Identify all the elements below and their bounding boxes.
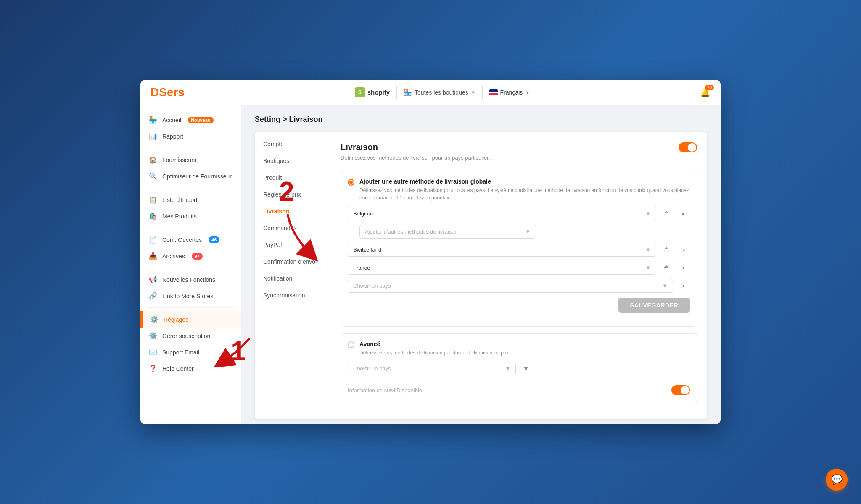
navbar-right: 🔔 70 xyxy=(700,87,710,97)
delete-belgium-button[interactable]: 🗑 xyxy=(660,207,673,220)
suivi-row: Information de suivi Disponible xyxy=(348,381,690,395)
sidebar-label-support-email: Support Email xyxy=(162,349,199,356)
sidebar-item-support-email[interactable]: ✉️ Support Email xyxy=(140,344,241,360)
settings-nav-paypal[interactable]: PayPal xyxy=(255,236,330,253)
radio-avance[interactable] xyxy=(348,341,354,348)
country-select-switzerland[interactable]: Switzerland ▼ xyxy=(348,243,656,257)
sidebar-item-fournisseurs[interactable]: 🏠 Fournisseurs xyxy=(140,152,241,168)
avance-title: Avancé xyxy=(359,341,510,347)
sidebar-item-liste-import[interactable]: 📋 Liste d'Import xyxy=(140,192,241,208)
inbox-icon: 📥 xyxy=(149,252,157,260)
delivery-method-select[interactable]: Ajouter d'autres méthodes de livraison ▼ xyxy=(359,225,536,239)
delivery-method-placeholder: Ajouter d'autres méthodes de livraison xyxy=(365,228,458,235)
suivi-toggle[interactable] xyxy=(671,385,690,395)
navbar-divider-2 xyxy=(482,86,483,99)
navbar: DSers S shopify 🏪 Toutes les boutiques ▼… xyxy=(140,80,721,105)
link-icon: 🔗 xyxy=(149,292,157,300)
expand-france-button[interactable]: > xyxy=(676,261,690,275)
section-header-text: Livraison Définissez vos méthodes de liv… xyxy=(341,142,490,169)
settings-nav-commandes[interactable]: Commandes xyxy=(255,220,330,236)
france-label: France xyxy=(353,265,370,271)
main-layout: 🏪 Accueil Nouveau 📊 Rapport 🏠 Fournisseu… xyxy=(140,105,721,424)
store-selector-label: Toutes les boutiques xyxy=(415,89,468,96)
avance-country-row: Choisir un pays ▼ ▼ xyxy=(348,362,690,375)
gear-icon: ⚙️ xyxy=(150,315,158,323)
france-chevron: ▼ xyxy=(645,265,651,271)
expand-belgium-button[interactable]: ▼ xyxy=(676,207,690,220)
option-card-global: Ajouter une autre méthode de livraison g… xyxy=(341,171,697,327)
sidebar-item-gerer-souscription[interactable]: ⚙️ Gérer souscription xyxy=(140,328,241,344)
sidebar-item-com-ouvertes[interactable]: 📄 Com. Ouvertes 46 xyxy=(140,231,241,248)
save-row: SAUVEGARDER xyxy=(348,298,690,313)
navbar-divider-1 xyxy=(396,86,397,99)
save-button[interactable]: SAUVEGARDER xyxy=(618,298,690,313)
livraison-toggle[interactable] xyxy=(679,142,697,152)
country-row-choose: Choisir un pays ▼ > xyxy=(348,279,690,293)
sidebar-item-accueil[interactable]: 🏪 Accueil Nouveau xyxy=(140,112,241,128)
flag-icon xyxy=(489,89,498,95)
app-logo: DSers xyxy=(151,86,185,99)
expand-choose-button[interactable]: > xyxy=(676,279,690,293)
settings-nav-notification[interactable]: Notification xyxy=(255,270,330,287)
help-icon: ❓ xyxy=(149,365,157,373)
avance-desc: Définissez vos méthodes de livraison par… xyxy=(359,349,510,357)
delete-switzerland-button[interactable]: 🗑 xyxy=(660,243,673,257)
badge-new: Nouveau xyxy=(188,117,213,123)
section-title: Livraison xyxy=(341,142,490,152)
chart-icon: 📊 xyxy=(149,132,157,140)
shopify-label: shopify xyxy=(367,89,390,96)
belgium-chevron: ▼ xyxy=(645,210,651,217)
settings-nav-produit[interactable]: Produit xyxy=(255,169,330,186)
switzerland-chevron: ▼ xyxy=(645,247,651,253)
avance-text: Avancé Définissez vos méthodes de livrai… xyxy=(359,341,510,357)
belgium-label: Belgium xyxy=(353,210,373,217)
settings-nav-boutiques[interactable]: Boutiques xyxy=(255,152,330,169)
sidebar-label-rapport: Rapport xyxy=(162,133,183,140)
switzerland-label: Switzerland xyxy=(353,247,381,253)
sidebar-item-reglages[interactable]: ⚙️ Réglages xyxy=(140,311,241,328)
sidebar-item-mes-produits[interactable]: 🛍️ Mes Produits xyxy=(140,208,241,224)
settings-nav-confirmation[interactable]: Confirmation d'envoi xyxy=(255,253,330,270)
sidebar-label-archives: Archives xyxy=(162,253,185,260)
sidebar-item-nouvelles-fonctions[interactable]: 📢 Nouvelles Fonctions xyxy=(140,271,241,288)
lang-label: Français xyxy=(500,89,523,96)
sidebar-label-accueil: Accueil xyxy=(162,117,181,123)
active-bar xyxy=(142,311,143,328)
country-row-france: France ▼ 🗑 > xyxy=(348,261,690,275)
bag-icon: 🛍️ xyxy=(149,212,157,220)
avance-expand-button[interactable]: ▼ xyxy=(519,362,533,375)
delete-france-button[interactable]: 🗑 xyxy=(660,261,673,275)
navbar-center: S shopify 🏪 Toutes les boutiques ▼ Franç… xyxy=(195,86,690,99)
store-selector[interactable]: 🏪 Toutes les boutiques ▼ xyxy=(404,88,475,96)
option-card-avance: Avancé Définissez vos méthodes de livrai… xyxy=(341,333,697,402)
shopify-badge: S shopify xyxy=(355,87,390,97)
settings-nav-synchronisation[interactable]: Synchronisation xyxy=(255,287,330,304)
settings-nav-regles-prix[interactable]: Règles de prix xyxy=(255,186,330,203)
settings-nav-livraison[interactable]: Livraison xyxy=(255,203,330,220)
sidebar: 🏪 Accueil Nouveau 📊 Rapport 🏠 Fournisseu… xyxy=(140,105,241,424)
avance-country-select[interactable]: Choisir un pays ▼ xyxy=(348,362,516,375)
sidebar-item-help-center[interactable]: ❓ Help Center xyxy=(140,360,241,377)
sidebar-divider-3 xyxy=(147,228,234,228)
country-select-belgium[interactable]: Belgium ▼ xyxy=(348,207,656,220)
shopify-icon: S xyxy=(355,87,365,97)
option-global-header: Ajouter une autre méthode de livraison g… xyxy=(348,178,690,202)
lang-selector[interactable]: Français ▼ xyxy=(489,89,530,96)
country-select-choose[interactable]: Choisir un pays ▼ xyxy=(348,279,673,293)
settings-content: Livraison Définissez vos méthodes de liv… xyxy=(330,132,707,419)
country-row-switzerland: Switzerland ▼ 🗑 > xyxy=(348,243,690,257)
sidebar-label-com-ouvertes: Com. Ouvertes xyxy=(162,236,202,243)
settings-nav-compte[interactable]: Compte xyxy=(255,136,330,152)
notification-button[interactable]: 🔔 70 xyxy=(700,87,710,97)
expand-switzerland-button[interactable]: > xyxy=(676,243,690,257)
content-area: Setting > Livraison Compte Boutiques Pro… xyxy=(241,105,721,424)
radio-global[interactable] xyxy=(348,179,354,186)
sidebar-item-optimiseur[interactable]: 🔍 Optimiseur de Fournisseur xyxy=(140,168,241,184)
sidebar-label-nouvelles-fonctions: Nouvelles Fonctions xyxy=(162,276,215,283)
country-select-france[interactable]: France ▼ xyxy=(348,261,656,275)
sidebar-item-archives[interactable]: 📥 Archives 97 xyxy=(140,248,241,264)
lang-chevron-icon: ▼ xyxy=(525,90,530,95)
sidebar-item-link-stores[interactable]: 🔗 Link to More Stores xyxy=(140,288,241,304)
option-global-text: Ajouter une autre méthode de livraison g… xyxy=(359,178,690,202)
sidebar-item-rapport[interactable]: 📊 Rapport xyxy=(140,128,241,144)
